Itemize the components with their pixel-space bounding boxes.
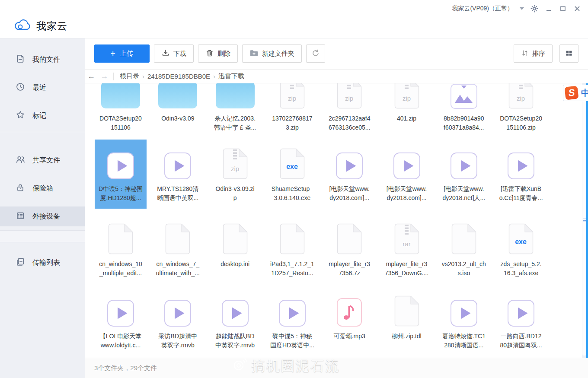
sidebar-item-starred[interactable]: 标记: [0, 106, 85, 126]
file-item[interactable]: 一路向西.BD1280超清国粤双...: [495, 287, 547, 356]
forward-arrow-icon[interactable]: →: [98, 72, 111, 81]
toolbar: + 上传 下载 删除 新建文件夹 排序: [85, 38, 588, 69]
video-file-icon: [164, 290, 191, 327]
file-item[interactable]: iPad3,1_7.1.2_11D257_Resto...: [266, 215, 318, 284]
sidebar-item-recent[interactable]: 最近: [0, 78, 85, 98]
breadcrumb-separator: ›: [213, 73, 215, 80]
watermark-text: 搞机圈泥石流: [252, 357, 340, 375]
file-item[interactable]: mplayer_lite_r37356.7z: [323, 215, 375, 284]
trash-icon: [205, 49, 214, 59]
file-item[interactable]: [电影天堂www.dy2018.net]人...: [438, 140, 490, 209]
file-file-icon: [108, 218, 133, 255]
file-name: 1370227688173.zip: [266, 114, 318, 132]
file-item[interactable]: 超能陆战队BD中英双字.rmvb: [209, 287, 261, 356]
people-icon: [16, 155, 25, 166]
video-file-icon: [164, 143, 191, 180]
file-item[interactable]: [迅雷下载XunBo.Cc]11度青春...: [495, 140, 547, 209]
item-count-summary: 3个文件夹，29个文件: [94, 364, 157, 372]
file-item[interactable]: [电影天堂www.dy2018.com]...: [381, 140, 433, 209]
file-item[interactable]: zip1370227688173.zip: [266, 83, 318, 138]
file-item[interactable]: vs2013.2_ult_chs.iso: [438, 215, 490, 284]
back-arrow-icon[interactable]: ←: [85, 72, 98, 81]
sidebar-item-transfer-list[interactable]: 传输列表: [0, 253, 85, 273]
file-item[interactable]: 碟中谍5：神秘国度HD英语中...: [266, 287, 318, 356]
new-folder-button[interactable]: 新建文件夹: [242, 44, 302, 63]
scrollbar-thumb[interactable]: [582, 85, 586, 356]
file-name: Odin3-v3.09.zip: [209, 184, 261, 203]
breadcrumb-device-id[interactable]: 24185DE9185DBB0E: [147, 73, 210, 80]
file-item[interactable]: D中谍5：神秘国度.HD1280超...: [95, 140, 147, 209]
refresh-icon: [311, 49, 320, 59]
scrollbar-blue-indicator[interactable]: [586, 83, 588, 358]
grid-view-button[interactable]: [559, 44, 578, 63]
sort-arrows-icon: [521, 49, 529, 58]
file-item[interactable]: DOTA2Setup20151106: [95, 83, 147, 138]
close-icon[interactable]: [573, 5, 581, 13]
upload-button[interactable]: + 上传: [94, 44, 150, 63]
device-list-icon: [16, 211, 25, 222]
file-item[interactable]: 杀人记忆.2003.韩语中字 £ 圣...: [209, 83, 261, 138]
file-name: mplayer_lite_r37356.7z: [323, 260, 375, 278]
sidebar-item-external-devices[interactable]: 外接设备: [0, 206, 85, 226]
rar-file-icon: rar: [394, 218, 419, 255]
sidebar-item-safe[interactable]: 保险箱: [0, 178, 85, 198]
zip-file-icon: zip: [394, 83, 419, 110]
video-file-icon: [336, 143, 363, 180]
file-item[interactable]: exezds_setup_5.2.16.3_afs.exe: [495, 215, 547, 284]
ime-badge[interactable]: S 中: [563, 85, 588, 101]
file-item[interactable]: zip401.zip: [381, 83, 433, 138]
sort-button[interactable]: 排序: [514, 44, 553, 63]
video-file-icon: [451, 290, 477, 327]
file-name: D中谍5：神秘国度.HD1280超...: [95, 184, 147, 203]
file-grid: DOTA2Setup20151106Odin3-v3.09杀人记忆.2003.韩…: [85, 83, 588, 358]
sidebar-item-label: 外接设备: [32, 212, 60, 221]
file-file-icon: [451, 218, 476, 255]
file-item[interactable]: zipOdin3-v3.09.zip: [209, 140, 261, 209]
download-button[interactable]: 下载: [154, 44, 194, 63]
ime-mode-label: 中: [581, 87, 588, 99]
sidebar-item-label: 保险箱: [32, 184, 53, 193]
file-item[interactable]: zip2c2967132aaf46763136ce05...: [323, 83, 375, 138]
refresh-button[interactable]: [306, 44, 325, 63]
sidebar-item-my-files[interactable]: 我的文件: [0, 50, 85, 70]
breadcrumb-root[interactable]: 根目录: [120, 72, 139, 80]
transfer-list-icon: [16, 257, 25, 268]
file-item[interactable]: 采访BD超清中英双字.rmvb: [152, 287, 204, 356]
sidebar-item-shared-files[interactable]: 共享文件: [0, 150, 85, 170]
minimize-icon[interactable]: [545, 5, 553, 13]
file-item[interactable]: zipDOTA2Setup20151106.zip: [495, 83, 547, 138]
file-name: 碟中谍5：神秘国度HD英语中...: [266, 332, 318, 350]
svg-text:zip: zip: [345, 95, 353, 102]
sidebar-band: [0, 230, 85, 242]
folder-file-icon: [215, 83, 255, 110]
file-item[interactable]: desktop.ini: [209, 215, 261, 284]
file-item[interactable]: 柳州.zip.tdl: [381, 287, 433, 356]
zip-file-icon: zip: [280, 83, 305, 110]
delete-button[interactable]: 删除: [198, 44, 238, 63]
zip-file-icon: zip: [508, 83, 534, 110]
file-name: cn_windows_10_multiple_edit...: [95, 260, 147, 278]
svg-text:rar: rar: [403, 240, 410, 248]
settings-gear-icon[interactable]: [530, 5, 538, 13]
file-item[interactable]: exeShuameSetup_3.0.6.140.exe: [266, 140, 318, 209]
image-file-icon: [451, 83, 477, 110]
chevron-down-icon[interactable]: [520, 7, 524, 10]
file-item[interactable]: 8b82b9014a90f60371a8a84...: [438, 83, 490, 138]
maximize-icon[interactable]: [559, 5, 567, 13]
file-name: 2c2967132aaf46763136ce05...: [323, 114, 375, 132]
app-title: 我家云: [36, 19, 67, 33]
sidebar-divider: [0, 132, 85, 132]
file-item[interactable]: [电影天堂www.dy2018.com]...: [323, 140, 375, 209]
file-item[interactable]: 可爱颂.mp3: [323, 287, 375, 356]
file-file-icon: [337, 218, 362, 255]
document-icon: [16, 54, 25, 65]
file-item[interactable]: 【LOL电影天堂www.loldytt.c...: [95, 287, 147, 356]
file-file-icon: [223, 218, 248, 255]
file-item[interactable]: cn_windows_7_ultimate_with_...: [152, 215, 204, 284]
file-item[interactable]: cn_windows_10_multiple_edit...: [95, 215, 147, 284]
file-item[interactable]: 夏洛特烦恼.TC1280清晰国语...: [438, 287, 490, 356]
file-item[interactable]: MRY.TS1280清晰国语中英双...: [152, 140, 204, 209]
file-item[interactable]: Odin3-v3.09: [152, 83, 204, 138]
file-name: 柳州.zip.tdl: [381, 332, 433, 341]
file-item[interactable]: rarmplayer_lite_r37356_DownG....: [381, 215, 433, 284]
